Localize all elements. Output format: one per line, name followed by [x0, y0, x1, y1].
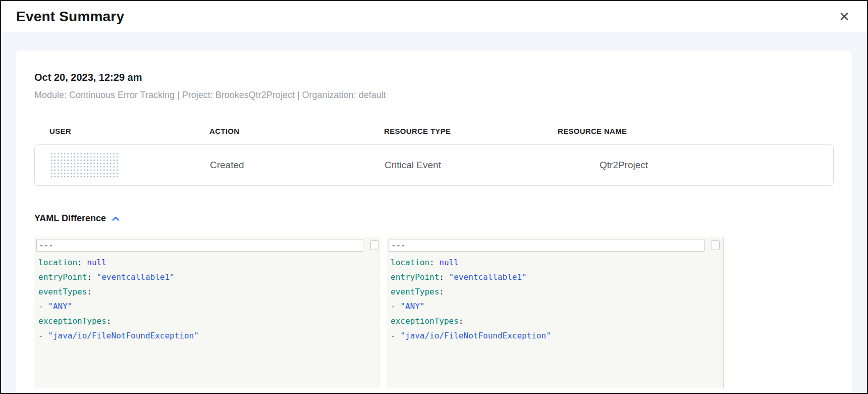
- yaml-code-right: location: nullentryPoint: "eventcallable…: [389, 252, 731, 343]
- yaml-code-left: location: nullentryPoint: "eventcallable…: [36, 252, 378, 343]
- col-header-resource-type: RESOURCE TYPE: [384, 127, 558, 135]
- diff-pane-left: --- location: nullentryPoint: "eventcall…: [34, 237, 381, 388]
- table-row: Created Critical Event Qtr2Project: [34, 144, 834, 186]
- scrollbar-corner-right: [712, 240, 720, 250]
- cell-user: [35, 152, 210, 178]
- modal-body: Oct 20, 2023, 12:29 am Module: Continuou…: [1, 32, 867, 393]
- col-header-action: ACTION: [209, 127, 384, 135]
- scrollbar-corner-left: [370, 240, 378, 250]
- event-meta: Module: Continuous Error Tracking | Proj…: [34, 90, 834, 101]
- col-header-resource-name: RESOURCE NAME: [558, 127, 834, 135]
- modal-title: Event Summary: [16, 9, 124, 25]
- cell-resource-type: Critical Event: [385, 160, 558, 171]
- table-header-row: USER ACTION RESOURCE TYPE RESOURCE NAME: [34, 127, 834, 135]
- yaml-difference-toggle[interactable]: YAML Difference: [34, 213, 120, 224]
- yaml-doc-start-right: ---: [389, 239, 704, 252]
- vertical-scrollbar[interactable]: [723, 237, 733, 388]
- col-header-user: USER: [34, 127, 209, 135]
- event-timestamp: Oct 20, 2023, 12:29 am: [34, 72, 834, 83]
- redacted-user-avatar: [50, 152, 118, 178]
- modal-header: Event Summary ✕: [1, 1, 867, 32]
- diff-pane-right: --- location: nullentryPoint: "eventcall…: [387, 237, 733, 388]
- yaml-diff-viewer: --- location: nullentryPoint: "eventcall…: [34, 237, 733, 388]
- close-icon[interactable]: ✕: [836, 8, 853, 25]
- diff-pane-right-top: ---: [389, 238, 731, 252]
- cell-resource-name: Qtr2Project: [558, 160, 833, 171]
- yaml-difference-label: YAML Difference: [34, 213, 106, 224]
- chevron-up-icon: [111, 214, 120, 223]
- diff-pane-left-top: ---: [36, 238, 378, 252]
- event-card: Oct 20, 2023, 12:29 am Module: Continuou…: [16, 51, 852, 393]
- yaml-doc-start-left: ---: [36, 239, 363, 252]
- cell-action: Created: [210, 160, 385, 171]
- event-summary-modal: Event Summary ✕ Oct 20, 2023, 12:29 am M…: [0, 0, 868, 394]
